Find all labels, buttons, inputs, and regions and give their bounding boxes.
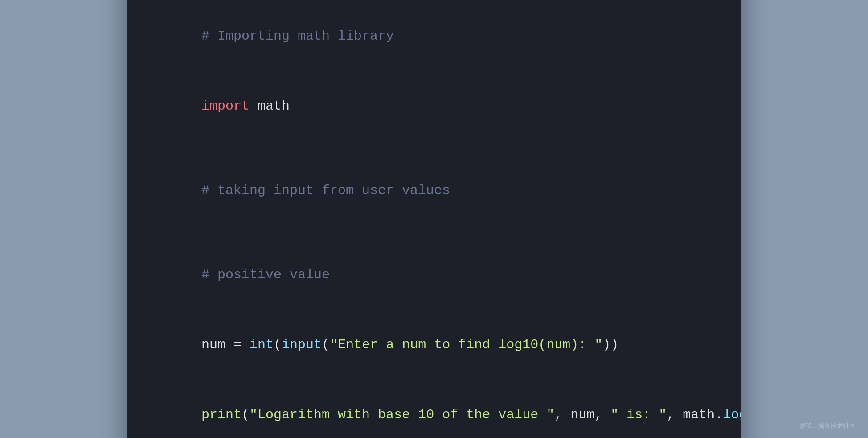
dot-separator: . — [715, 407, 723, 422]
log10-func: log10 — [723, 407, 741, 422]
comment-line-3: # positive value — [153, 241, 715, 309]
comment-text-2: # taking input from user values — [201, 183, 450, 198]
eq-sign: = — [225, 337, 250, 352]
keyword-import: import — [201, 99, 250, 114]
input-builtin: input — [282, 337, 322, 352]
code-window: # Importing math library import math # t… — [127, 0, 741, 438]
paren-open-2: ( — [322, 337, 330, 352]
comment-text-1: # Importing math library — [201, 29, 394, 44]
var-num: num — [201, 337, 225, 352]
math-module: math — [683, 407, 715, 422]
comma1: , — [554, 407, 570, 422]
code-area: # Importing math library import math # t… — [127, 0, 741, 438]
watermark: @稀土掘金技术社区 — [799, 422, 856, 430]
int-builtin: int — [250, 337, 274, 352]
spacer-1 — [153, 142, 715, 157]
input-string: "Enter a num to find log10(num): " — [330, 337, 602, 352]
num-assignment-line: num = int(input("Enter a num to find log… — [153, 311, 715, 379]
print-str1: "Logarithm with base 10 of the value " — [250, 407, 554, 422]
comment-text-3: # positive value — [201, 267, 330, 282]
num-ref: num — [570, 407, 594, 422]
print-str2: " is: " — [610, 407, 667, 422]
print-line: print("Logarithm with base 10 of the val… — [153, 381, 715, 438]
module-name: math — [250, 99, 290, 114]
print-func: print — [201, 407, 242, 422]
spacer-2 — [153, 227, 715, 241]
import-line: import math — [153, 72, 715, 140]
print-paren: ( — [242, 407, 250, 422]
comment-line-1: # Importing math library — [153, 2, 715, 70]
comma2: , — [594, 407, 610, 422]
comma3: , — [667, 407, 683, 422]
parens-close: )) — [602, 337, 618, 352]
paren-open-1: ( — [274, 337, 282, 352]
comment-line-2: # taking input from user values — [153, 157, 715, 225]
